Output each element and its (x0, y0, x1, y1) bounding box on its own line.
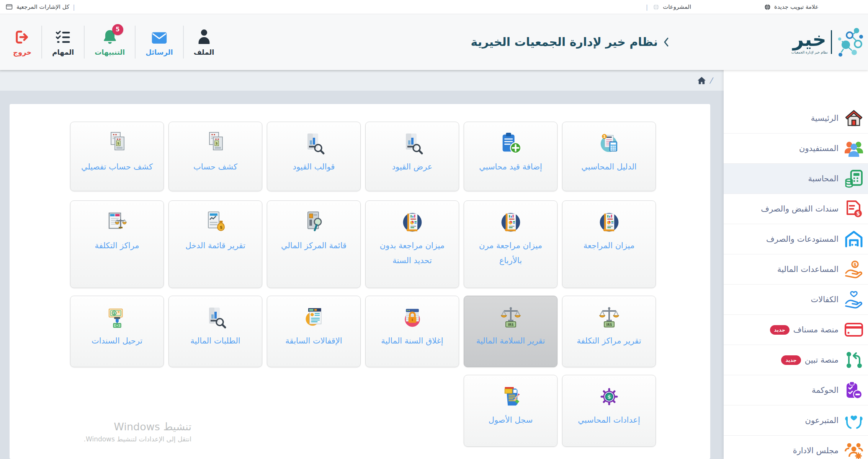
sidebar-item-sponsorships[interactable]: الكفالات (724, 285, 868, 315)
sidebar-item-board[interactable]: مجلس الادارة (724, 436, 868, 459)
sidebar-item-label: منصة مسناف (793, 325, 839, 334)
watermark-line1: تنشيط Windows (57, 421, 191, 433)
logo-network-icon (835, 26, 863, 58)
clipboard-check-icon (843, 380, 864, 400)
tile-row: 1الدليل المحاسبيإضافة قيد محاسبيعرض القي… (69, 122, 656, 191)
statement-icon: $ (106, 131, 128, 156)
tile-trial-balance[interactable]: ميزان المراجعة (562, 200, 656, 288)
logout-icon (15, 28, 30, 45)
sidebar-item-home[interactable]: الرئيسية (724, 103, 868, 133)
svg-text:$: $ (215, 142, 217, 145)
voucher-icon: $ (843, 199, 864, 219)
tile-view-entries[interactable]: عرض القيود (365, 122, 459, 191)
tile-label: سجل الأصول (483, 413, 538, 428)
search-chart-icon (204, 305, 227, 330)
tile-add-journal-entry[interactable]: إضافة قيد محاسبي (464, 122, 557, 191)
envelope-icon (151, 28, 167, 45)
tile-trial-balance-no-year[interactable]: ميزان مراجعة بدون تحديد السنة (365, 200, 459, 288)
tile-financial-requests[interactable]: الطلبات المالية (168, 296, 262, 367)
person-icon (197, 28, 211, 45)
svg-text:IRS: IRS (508, 323, 513, 327)
tile-label: ترحيل السندات (86, 334, 148, 348)
tile-label: تقرير مراكز التكلفة (571, 334, 646, 348)
all-bookmarks-button[interactable]: كل الإشارات المرجعية | (5, 0, 75, 14)
svg-text:$: $ (607, 394, 611, 400)
sidebar-item-label: المتبرعون (805, 416, 839, 425)
tile-cost-centers[interactable]: مراكز التكلفة (70, 200, 164, 288)
tile-financial-safety-report[interactable]: IRSتقرير السلامة المالية (464, 296, 557, 367)
trial-balance-icon (499, 210, 522, 234)
app-logo[interactable]: خير نظام خير لإدارة الجمعيات (791, 14, 863, 70)
bookmark-new-tab[interactable]: علامة تبويب جديدة (764, 3, 819, 11)
sidebar-item-beneficiaries[interactable]: المستفيدون (724, 133, 868, 164)
sidebar-item-warehouses[interactable]: المستودعات والصرف (724, 224, 868, 254)
tile-post-vouchers[interactable]: $ترحيل السندات (70, 296, 164, 367)
sidebar-item-receipt-payment-vouchers[interactable]: $سندات القبض والصرف (724, 194, 868, 224)
toolbar-item-label: الملف (194, 48, 214, 56)
tile-cost-centers-report[interactable]: IRSتقرير مراكز التكلفة (562, 296, 656, 367)
tile-label: إضافة قيد محاسبي (474, 160, 548, 174)
tile-chart-of-accounts[interactable]: 1الدليل المحاسبي (562, 122, 656, 191)
board-gear-icon (843, 440, 864, 459)
svg-text:$: $ (117, 142, 119, 145)
tile-entry-templates[interactable]: قوالب القيود (267, 122, 361, 191)
logo-wordmark: خير (793, 29, 827, 50)
tasks-icon (55, 28, 71, 45)
cost-centers-icon (106, 210, 128, 234)
flow-icon (843, 350, 864, 370)
tile-label: الدليل المحاسبي (576, 160, 642, 174)
hands-heart-icon (843, 410, 864, 431)
tile-label: ميزان مراجعة بدون تحديد السنة (366, 238, 459, 268)
tile-label: إعدادات المحاسبي (572, 413, 646, 428)
tile-accounting-settings[interactable]: $إعدادات المحاسبي (562, 375, 656, 447)
add-entry-icon (499, 131, 522, 156)
tile-detailed-account-statement[interactable]: $كشف حساب تفصيلي (70, 122, 164, 191)
sidebar-item-governance[interactable]: الحوكمة (724, 375, 868, 405)
sidebar-item-accounting[interactable]: المحاسبة (724, 164, 868, 194)
closings-icon (302, 305, 325, 330)
home-breadcrumb-icon[interactable] (697, 76, 706, 85)
tile-flexible-quarterly-trial-balance[interactable]: ميزان مراجعة مرن بالأرباع (464, 200, 557, 288)
bookmarks-separator: | (73, 3, 75, 11)
sidebar-item-tabayyun-platform[interactable]: منصة تبينجديد (724, 345, 868, 375)
toolbar-item-file[interactable]: الملف (184, 28, 224, 56)
tile-financial-position-statement[interactable]: قائمة المركز المالي (267, 200, 361, 288)
bookmark-projects[interactable]: المشروعات (652, 3, 691, 11)
toolbar-item-messages[interactable]: الرسائل (136, 28, 183, 56)
tile-label: الطلبات المالية (185, 334, 245, 348)
tile-label: إغلاق السنة المالية (376, 334, 448, 348)
tile-previous-closings[interactable]: الإقفالات السابقة (267, 296, 361, 367)
toolbar-item-notifications[interactable]: 5التنبيهات (85, 28, 135, 56)
sidebar-item-financial-aid[interactable]: $المساعدات المالية (724, 254, 868, 285)
page-title: نظام خير لإدارة الجمعيات الخيرية (471, 35, 658, 49)
browser-bookmarks-bar: كل الإشارات المرجعية | علامة تبويب جديدة… (0, 0, 868, 14)
tile-row: IRSتقرير مراكز التكلفةIRSتقرير السلامة ا… (69, 296, 656, 367)
bookmarks-right-group: علامة تبويب جديدةالمشروعات| (646, 0, 819, 14)
svg-text:IRS: IRS (606, 323, 612, 327)
toolbar-item-tasks[interactable]: المهام (42, 28, 84, 56)
sidebar-item-misnaf-platform[interactable]: منصة مسنافجديد (724, 315, 868, 345)
tile-account-statement[interactable]: $كشف حساب (168, 122, 262, 191)
toolbar-item-label: التنبيهات (95, 48, 125, 56)
tile-income-statement-report[interactable]: $تقرير قائمة الدخل (168, 200, 262, 288)
income-icon: $ (204, 210, 227, 234)
sidebar-item-donors[interactable]: المتبرعون (724, 405, 868, 436)
watermark-line2: انتقل إلى الإعدادات لتنشيط Windows. (57, 435, 191, 443)
app-header: خير نظام خير لإدارة الجمعيات نظام خير لإ… (0, 14, 868, 70)
toolbar-item-label: الرسائل (145, 48, 173, 56)
breadcrumb: / (697, 70, 712, 91)
hand-heart-icon (843, 289, 864, 310)
gear-dollar-icon: $ (598, 384, 620, 409)
sidebar-nav: الرئيسيةالمستفيدونالمحاسبة$سندات القبض و… (724, 70, 868, 459)
tiles-grid: 1الدليل المحاسبيإضافة قيد محاسبيعرض القي… (10, 104, 710, 447)
main-content-card: 1الدليل المحاسبيإضافة قيد محاسبيعرض القي… (10, 104, 710, 459)
sidebar-item-label: المساعدات المالية (777, 265, 839, 274)
tile-assets-registry[interactable]: سجل الأصول (464, 375, 557, 447)
sidebar-item-label: مجلس الادارة (793, 446, 839, 455)
toolbar-item-logout[interactable]: خروج (3, 28, 41, 56)
svg-text:1: 1 (603, 135, 605, 138)
home-icon (843, 108, 864, 129)
search-chart-icon (401, 131, 423, 156)
tile-label: ميزان المراجعة (578, 238, 640, 253)
tile-close-fiscal-year[interactable]: إغلاق السنة المالية (365, 296, 459, 367)
